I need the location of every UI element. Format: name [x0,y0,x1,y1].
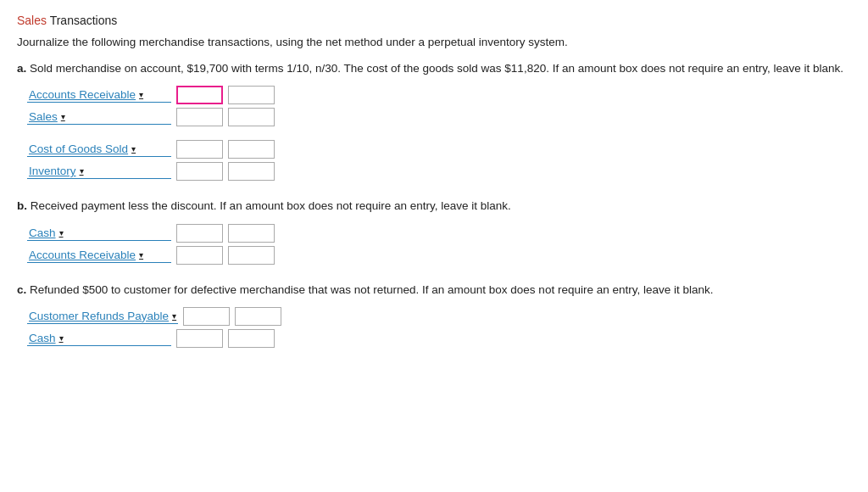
dropdown-arrow-b2: ▾ [139,250,143,260]
table-row: Inventory ▾ [27,162,851,181]
section-c-label: c. Refunded $500 to customer for defecti… [17,282,851,299]
table-row: Cash ▾ [27,329,851,348]
section-a-rows: Accounts Receivable ▾ Sales ▾ Cost of Go… [17,86,851,182]
sales-select-a2[interactable]: Sales ▾ [27,109,171,125]
section-b-label: b. Received payment less the discount. I… [17,198,851,215]
credit-input-b2[interactable] [228,246,275,265]
credit-input-a1[interactable] [228,86,275,104]
credit-input-b1[interactable] [228,224,275,243]
section-a-text: Sold merchandise on account, $19,700 wit… [26,62,843,75]
section-b: b. Received payment less the discount. I… [17,198,851,266]
section-c: c. Refunded $500 to customer for defecti… [17,282,851,349]
debit-input-c2[interactable] [176,329,223,348]
table-row: Accounts Receivable ▾ [27,86,851,104]
section-c-text: Refunded $500 to customer for defective … [26,283,713,296]
credit-input-a4[interactable] [228,162,275,181]
inventory-select-a4[interactable]: Inventory ▾ [27,164,171,179]
credit-input-a3[interactable] [228,140,275,159]
cogs-select-a3[interactable]: Cost of Goods Sold ▾ [27,142,171,157]
section-a-letter: a. [17,62,26,75]
table-row: Customer Refunds Payable ▾ [27,307,851,326]
customer-refunds-select-c1[interactable]: Customer Refunds Payable ▾ [27,309,178,324]
intro-text: Journalize the following merchandise tra… [17,36,851,48]
table-row: Sales ▾ [27,108,851,126]
cash-label-b1: Cash [29,226,56,239]
table-row: Cash ▾ [27,224,851,243]
sales-link[interactable]: Sales [17,14,47,27]
cash-label-c2: Cash [29,332,56,344]
dropdown-arrow-c1: ▾ [172,311,176,321]
section-b-rows: Cash ▾ Accounts Receivable ▾ [17,224,851,266]
cash-select-b1[interactable]: Cash ▾ [27,226,171,241]
cash-select-c2[interactable]: Cash ▾ [27,331,171,346]
inventory-label-a4: Inventory [29,165,76,177]
debit-input-a1[interactable] [176,86,223,104]
section-c-rows: Customer Refunds Payable ▾ Cash ▾ [17,307,851,349]
table-row: Accounts Receivable ▾ [27,246,851,265]
accounts-receivable-select-b2[interactable]: Accounts Receivable ▾ [27,248,171,263]
accounts-receivable-select-a1[interactable]: Accounts Receivable ▾ [27,87,171,103]
dropdown-arrow-a3: ▾ [131,144,136,154]
section-c-letter: c. [17,283,26,296]
section-a: a. Sold merchandise on account, $19,700 … [17,60,851,182]
debit-input-b2[interactable] [176,246,223,265]
section-b-letter: b. [17,199,27,212]
section-a-label: a. Sold merchandise on account, $19,700 … [17,60,851,77]
dropdown-arrow-b1: ▾ [59,228,64,238]
section-b-text: Received payment less the discount. If a… [27,199,511,212]
credit-input-c2[interactable] [228,329,275,348]
table-row: Cost of Goods Sold ▾ [27,140,851,159]
cogs-label-a3: Cost of Goods Sold [29,143,128,155]
credit-input-c1[interactable] [235,307,281,326]
debit-input-c1[interactable] [183,307,230,326]
dropdown-arrow-a4: ▾ [80,166,84,176]
dropdown-arrow-a2: ▾ [61,112,65,121]
accounts-receivable-label-b2: Accounts Receivable [29,249,136,261]
debit-input-a4[interactable] [176,162,223,181]
row-spacer-a [27,130,851,138]
dropdown-arrow-a1: ▾ [139,90,143,99]
transactions-text: Transactions [47,14,117,27]
credit-input-a2[interactable] [228,108,275,126]
sales-label-a2: Sales [29,110,58,123]
debit-input-a2[interactable] [176,108,223,126]
page-header: Sales Transactions [17,14,851,27]
debit-input-b1[interactable] [176,224,223,243]
debit-input-a3[interactable] [176,140,223,159]
accounts-receivable-label-a1: Accounts Receivable [29,88,136,101]
customer-refunds-label-c1: Customer Refunds Payable [29,310,169,322]
dropdown-arrow-c2: ▾ [59,333,64,343]
